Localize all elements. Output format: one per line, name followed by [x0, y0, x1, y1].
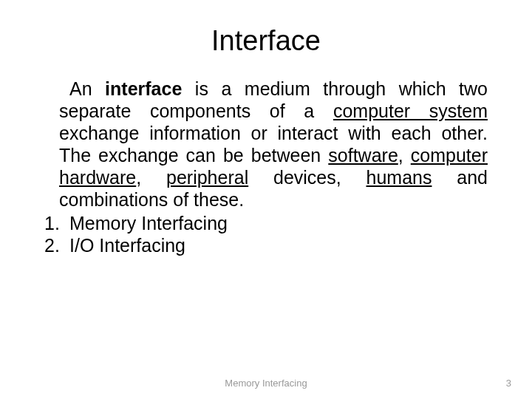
slide: Interface An interface is a medium throu…	[0, 0, 532, 399]
page-number: 3	[506, 378, 511, 389]
list-item: 1. Memory Interfacing	[44, 212, 488, 234]
list-text: I/O Interfacing	[69, 234, 185, 256]
list-text: Memory Interfacing	[69, 212, 228, 234]
text-run: devices,	[248, 167, 366, 188]
footer-text: Memory Interfacing	[0, 378, 532, 389]
list-item: 2. I/O Interfacing	[44, 234, 488, 256]
link-software[interactable]: software	[328, 145, 398, 166]
numbered-list: 1. Memory Interfacing 2. I/O Interfacing	[44, 212, 488, 256]
slide-title: Interface	[44, 25, 488, 57]
text-run: ,	[398, 145, 411, 166]
link-humans[interactable]: humans	[366, 167, 432, 188]
slide-body: An interface is a medium through which t…	[44, 78, 488, 211]
link-peripheral[interactable]: peripheral	[166, 167, 248, 188]
text-run: ,	[136, 167, 166, 188]
text-run: An	[69, 78, 105, 99]
bold-text: interface	[105, 78, 182, 99]
link-computer-system[interactable]: computer system	[333, 100, 488, 121]
list-number: 1.	[44, 212, 69, 234]
list-number: 2.	[44, 234, 69, 256]
